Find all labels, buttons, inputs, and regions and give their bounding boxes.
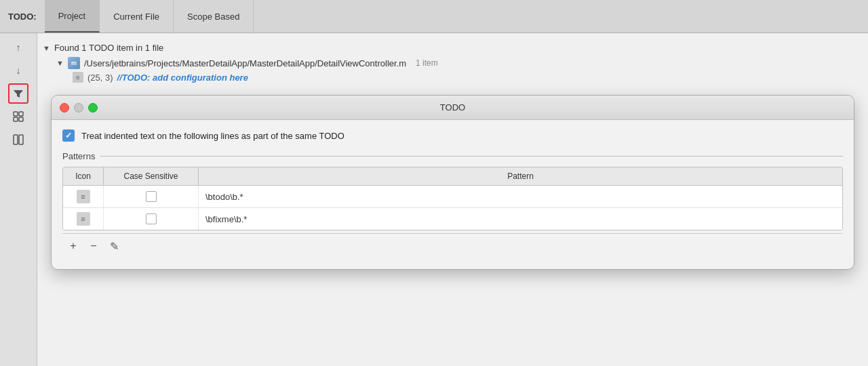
row1-case-checkbox[interactable] bbox=[146, 191, 157, 202]
filter-button[interactable] bbox=[8, 83, 28, 104]
arrow-up-button[interactable]: ↑ bbox=[8, 37, 28, 58]
tree-summary: ▼ Found 1 TODO item in 1 file bbox=[43, 40, 863, 56]
patterns-table: Icon Case Sensitive Pattern bbox=[62, 167, 843, 230]
patterns-label: Patterns bbox=[62, 151, 95, 161]
row2-icon-cell bbox=[63, 208, 104, 230]
todo-doc-icon: ≡ bbox=[73, 72, 83, 83]
layout-button[interactable] bbox=[8, 129, 28, 150]
header-icon: Icon bbox=[63, 167, 104, 185]
filter-icon bbox=[13, 88, 24, 99]
svg-rect-1 bbox=[19, 112, 23, 116]
layout-icon bbox=[13, 134, 24, 145]
group-icon bbox=[13, 111, 24, 122]
close-button[interactable] bbox=[60, 103, 69, 113]
sidebar: ↑ ↓ bbox=[0, 33, 37, 366]
svg-rect-2 bbox=[14, 117, 18, 121]
arrow-down-button[interactable]: ↓ bbox=[8, 60, 28, 81]
todo-row[interactable]: ≡ (25, 3) //TODO: add configuration here bbox=[43, 70, 863, 84]
row2-case-cell bbox=[104, 208, 199, 230]
checkbox-label: Treat indented text on the following lin… bbox=[81, 131, 344, 141]
svg-rect-3 bbox=[19, 117, 23, 121]
patterns-header: Patterns bbox=[62, 151, 843, 161]
row2-doc-icon bbox=[77, 212, 90, 226]
dialog-titlebar: TODO bbox=[52, 96, 854, 120]
treat-indented-checkbox[interactable] bbox=[62, 129, 75, 142]
tree-area: ▼ Found 1 TODO item in 1 file ▼ m /Users… bbox=[37, 37, 868, 87]
tab-scope-based[interactable]: Scope Based bbox=[174, 0, 254, 33]
main-area: ↑ ↓ ▼ Found 1 TOD bbox=[0, 33, 868, 366]
patterns-divider bbox=[100, 156, 843, 157]
row2-pattern-text: \bfixme\b.* bbox=[205, 214, 247, 224]
header-pattern: Pattern bbox=[199, 167, 842, 185]
row1-case-cell bbox=[104, 186, 199, 207]
table-header: Icon Case Sensitive Pattern bbox=[63, 167, 842, 186]
file-row[interactable]: ▼ m /Users/jetbrains/Projects/MasterDeta… bbox=[43, 56, 863, 70]
row1-pattern-cell: \btodo\b.* bbox=[199, 186, 842, 207]
todo-dialog: TODO Treat indented text on the followin… bbox=[51, 95, 854, 270]
tab-bar: TODO: Project Current File Scope Based bbox=[0, 0, 868, 33]
summary-arrow: ▼ bbox=[43, 44, 50, 52]
todo-text: //TODO: add configuration here bbox=[117, 73, 248, 83]
todo-location: (25, 3) bbox=[87, 73, 113, 83]
patterns-section: Patterns Icon Case Sensitive Pattern bbox=[62, 151, 843, 257]
file-count: 1 item bbox=[416, 58, 438, 68]
maximize-button[interactable] bbox=[88, 103, 98, 113]
file-icon: m bbox=[68, 57, 80, 69]
svg-rect-5 bbox=[19, 135, 23, 144]
header-case-sensitive: Case Sensitive bbox=[104, 167, 199, 185]
row1-doc-icon bbox=[77, 190, 90, 203]
remove-pattern-button[interactable]: − bbox=[84, 238, 103, 254]
table-row[interactable]: \bfixme\b.* bbox=[63, 208, 842, 230]
summary-text: Found 1 TODO item in 1 file bbox=[54, 43, 163, 53]
dialog-body: Treat indented text on the following lin… bbox=[52, 120, 854, 269]
row1-pattern-text: \btodo\b.* bbox=[205, 192, 243, 202]
table-row[interactable]: \btodo\b.* bbox=[63, 186, 842, 208]
file-path: /Users/jetbrains/Projects/MasterDetailAp… bbox=[84, 58, 406, 68]
tab-project[interactable]: Project bbox=[45, 0, 100, 33]
svg-rect-4 bbox=[14, 135, 18, 144]
dialog-toolbar: + − ✎ bbox=[62, 233, 843, 257]
tab-bar-label: TODO: bbox=[0, 0, 45, 33]
minimize-button[interactable] bbox=[74, 103, 83, 113]
row2-pattern-cell: \bfixme\b.* bbox=[199, 208, 842, 230]
edit-pattern-button[interactable]: ✎ bbox=[104, 238, 123, 254]
traffic-lights bbox=[60, 103, 98, 113]
group-button[interactable] bbox=[8, 106, 28, 127]
row2-case-checkbox[interactable] bbox=[146, 214, 157, 224]
checkbox-row: Treat indented text on the following lin… bbox=[62, 129, 843, 142]
add-pattern-button[interactable]: + bbox=[64, 238, 83, 254]
file-arrow: ▼ bbox=[56, 59, 64, 67]
dialog-title: TODO bbox=[440, 102, 465, 113]
tab-current-file[interactable]: Current File bbox=[100, 0, 174, 33]
content-panel: ▼ Found 1 TODO item in 1 file ▼ m /Users… bbox=[37, 33, 868, 366]
row1-icon-cell bbox=[63, 186, 104, 207]
svg-rect-0 bbox=[14, 112, 18, 116]
